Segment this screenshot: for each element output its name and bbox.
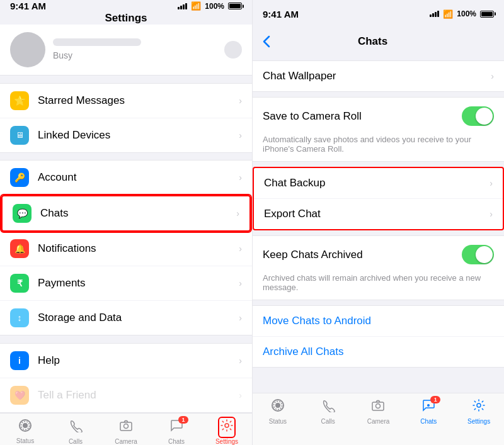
sidebar-item-tell-friend[interactable]: ❤️ Tell a Friend › xyxy=(0,378,252,412)
archive-all-item[interactable]: Archive All Chats xyxy=(253,337,504,367)
camera-roll-toggle[interactable] xyxy=(462,106,494,126)
sidebar-item-notifications[interactable]: 🔔 Notifications › xyxy=(0,232,252,266)
sidebar-item-account[interactable]: 🔑 Account › xyxy=(0,161,252,195)
svg-point-11 xyxy=(427,404,430,407)
tab-chats-label-right: Chats xyxy=(420,418,437,425)
export-chat-label: Export Chat xyxy=(264,208,490,220)
profile-status: Busy xyxy=(53,50,72,60)
help-label: Help xyxy=(38,354,239,367)
right-header: Chats xyxy=(253,28,504,55)
move-android-label: Move Chats to Android xyxy=(263,315,371,327)
chat-backup-item[interactable]: Chat Backup › xyxy=(254,168,503,199)
right-wifi-icon: 📶 xyxy=(443,9,453,19)
svg-point-12 xyxy=(477,403,481,407)
tab-chats-label-left: Chats xyxy=(168,438,185,445)
right-battery-icon xyxy=(480,11,494,18)
payments-label: Payments xyxy=(38,277,239,290)
right-time: 9:41 AM xyxy=(263,9,299,20)
chat-backup-label: Chat Backup xyxy=(264,177,490,189)
sidebar-item-linked[interactable]: 🖥 Linked Devices › xyxy=(0,118,252,152)
left-header: Settings xyxy=(0,12,252,25)
tab-settings-right[interactable]: Settings xyxy=(454,398,504,425)
storage-icon: ↕ xyxy=(10,308,29,327)
calls-tab-icon xyxy=(69,419,83,436)
tab-camera-label-right: Camera xyxy=(367,418,390,425)
svg-point-4 xyxy=(124,424,129,429)
chats-badge-right: 1 xyxy=(430,396,440,403)
left-title: Settings xyxy=(105,12,147,25)
linked-icon: 🖥 xyxy=(10,126,29,145)
settings-group-1: ⭐ Starred Messages › 🖥 Linked Devices › xyxy=(0,83,252,153)
left-battery: 100% xyxy=(205,2,224,11)
right-panel: 9:41 AM 📶 100% Chats xyxy=(252,0,504,445)
keep-archived-item[interactable]: Keep Chats Archived xyxy=(253,236,504,273)
tab-camera-label-left: Camera xyxy=(115,438,137,445)
notifications-label: Notifications xyxy=(38,242,239,255)
tab-chats-right[interactable]: 1 Chats xyxy=(403,398,454,425)
left-status-icons: 📶 100% xyxy=(178,1,242,11)
tab-settings-label-left: Settings xyxy=(215,438,238,445)
avatar xyxy=(10,32,45,67)
right-signal-icon xyxy=(430,11,439,17)
right-group-archived: Keep Chats Archived Archived chats will … xyxy=(253,235,504,300)
camera-tab-icon-right xyxy=(371,398,385,416)
back-button[interactable] xyxy=(263,35,270,48)
camera-roll-item[interactable]: Save to Camera Roll xyxy=(253,98,504,135)
profile-name-bar xyxy=(53,38,141,46)
keep-archived-toggle[interactable] xyxy=(462,245,494,264)
calls-tab-icon-right xyxy=(321,398,335,416)
tab-calls-right[interactable]: Calls xyxy=(303,398,353,425)
linked-chevron: › xyxy=(239,130,242,140)
right-title: Chats xyxy=(270,35,475,48)
status-tab-icon-right xyxy=(271,398,285,416)
settings-group-2: 🔑 Account › 💬 Chats › 🔔 Notifications › … xyxy=(0,160,252,335)
tab-settings-left[interactable]: Settings xyxy=(202,419,252,445)
right-group-camera-roll: Save to Camera Roll Automatically save p… xyxy=(253,97,504,162)
starred-label: Starred Messages xyxy=(38,94,239,107)
chats-tab-icon-left: 1 xyxy=(169,419,183,436)
sidebar-item-payments[interactable]: ₹ Payments › xyxy=(0,266,252,301)
settings-highlight xyxy=(218,417,236,438)
camera-roll-description: Automatically save photos and videos you… xyxy=(253,135,504,162)
help-icon: i xyxy=(10,351,29,370)
sidebar-item-chats[interactable]: 💬 Chats › xyxy=(1,195,251,232)
archive-all-label: Archive All Chats xyxy=(263,346,344,358)
keep-archived-description: Archived chats will remain archived when… xyxy=(253,273,504,300)
storage-label: Storage and Data xyxy=(38,312,239,324)
tab-status-left[interactable]: Status xyxy=(0,419,50,444)
chat-wallpaper-chevron: › xyxy=(491,71,494,81)
tell-friend-icon: ❤️ xyxy=(10,386,29,405)
export-chat-chevron: › xyxy=(490,209,493,219)
starred-icon: ⭐ xyxy=(10,91,29,110)
sidebar-item-starred[interactable]: ⭐ Starred Messages › xyxy=(0,84,252,118)
keep-archived-label: Keep Chats Archived xyxy=(263,249,462,261)
tab-camera-right[interactable]: Camera xyxy=(353,398,404,425)
account-label: Account xyxy=(38,171,239,184)
tab-camera-left[interactable]: Camera xyxy=(101,419,151,445)
right-status-icons: 📶 100% xyxy=(430,9,494,19)
chat-backup-group: Chat Backup › Export Chat › xyxy=(253,167,504,230)
tab-status-right[interactable]: Status xyxy=(253,398,303,425)
tab-chats-left[interactable]: 1 Chats xyxy=(151,419,202,445)
chats-badge-left: 1 xyxy=(178,416,188,424)
profile-section[interactable]: Busy xyxy=(0,25,252,76)
export-chat-item[interactable]: Export Chat › xyxy=(254,199,503,229)
tab-calls-label-left: Calls xyxy=(69,438,83,445)
notifications-icon: 🔔 xyxy=(10,239,29,258)
profile-arrow xyxy=(224,41,242,59)
tab-calls-left[interactable]: Calls xyxy=(50,419,101,445)
settings-group-3: i Help › ❤️ Tell a Friend › xyxy=(0,343,252,413)
move-android-item[interactable]: Move Chats to Android xyxy=(253,306,504,337)
right-group-links: Move Chats to Android Archive All Chats xyxy=(253,305,504,368)
chat-wallpaper-item[interactable]: Chat Wallpaper › xyxy=(253,61,504,91)
tell-friend-label: Tell a Friend xyxy=(38,389,239,402)
divider1 xyxy=(0,76,252,78)
left-time: 9:41 AM xyxy=(10,1,46,11)
payments-icon: ₹ xyxy=(10,274,29,293)
chat-backup-chevron: › xyxy=(490,178,493,188)
sidebar-item-storage[interactable]: ↕ Storage and Data › xyxy=(0,301,252,335)
sidebar-item-help[interactable]: i Help › xyxy=(0,344,252,378)
left-tab-bar: Status Calls Camera xyxy=(0,413,252,445)
account-icon: 🔑 xyxy=(10,168,29,187)
divider2 xyxy=(0,153,252,155)
